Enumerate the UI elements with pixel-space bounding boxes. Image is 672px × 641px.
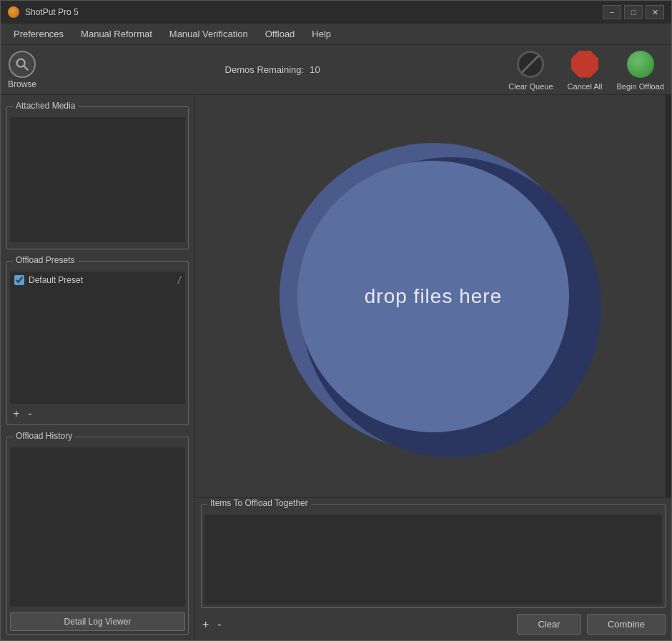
cancel-all-label: Cancel All <box>568 82 603 91</box>
clear-queue-label: Clear Queue <box>508 82 553 91</box>
right-footer-right: Clear Combine <box>517 614 666 635</box>
items-add-button[interactable]: + <box>201 619 210 630</box>
title-bar-controls: − □ ✕ <box>603 5 664 19</box>
app-icon <box>8 6 19 18</box>
cancel-all-icon <box>571 51 598 78</box>
browse-label: Browse <box>8 79 36 89</box>
items-to-offload-label: Items To Offload Together <box>207 498 311 508</box>
drop-zone-area[interactable]: drop files here <box>195 95 671 497</box>
right-panel: drop files here Items To Offload Togethe… <box>195 95 671 640</box>
drop-circle-outer: drop files here <box>280 143 587 450</box>
offload-presets-label: Offload Presets <box>13 255 78 265</box>
menu-offload[interactable]: Offload <box>258 26 302 42</box>
offload-history-content <box>10 447 185 607</box>
preset-add-button[interactable]: + <box>11 408 21 419</box>
presets-footer: + - <box>7 407 188 421</box>
cancel-all-icon-wrapper <box>570 49 600 79</box>
main-window: ShotPut Pro 5 − □ ✕ Preferences Manual R… <box>0 0 672 641</box>
main-content: Attached Media Offload Presets Default P… <box>1 95 671 640</box>
items-to-offload-group: Items To Offload Together <box>201 504 666 608</box>
attached-media-label: Attached Media <box>13 101 78 111</box>
demos-remaining-label: Demos Remaining: <box>225 64 305 75</box>
begin-offload-action[interactable]: Begin Offload <box>617 49 664 91</box>
preset-name-default: Default Preset <box>29 275 174 285</box>
preset-item-default: Default Preset / <box>10 272 185 289</box>
maximize-button[interactable]: □ <box>624 5 643 19</box>
clear-queue-action[interactable]: Clear Queue <box>508 49 553 91</box>
window-title: ShotPut Pro 5 <box>25 7 79 17</box>
minimize-button[interactable]: − <box>603 5 621 19</box>
browse-section: Browse <box>8 51 36 89</box>
scroll-indicator <box>666 95 671 497</box>
begin-offload-icon <box>627 51 654 78</box>
preset-edit-icon[interactable]: / <box>178 274 181 286</box>
search-icon <box>14 56 30 72</box>
attached-media-group: Attached Media <box>6 106 189 249</box>
items-to-offload-content <box>204 515 662 605</box>
svg-point-0 <box>17 59 25 66</box>
right-footer-left: + - <box>201 619 223 630</box>
items-remove-button[interactable]: - <box>216 619 222 630</box>
clear-queue-icon-wrapper <box>515 49 545 79</box>
offload-presets-content: Default Preset / <box>10 272 185 404</box>
demos-remaining: Demos Remaining: 10 <box>225 64 320 75</box>
preset-checkbox-default[interactable] <box>14 275 24 285</box>
demos-remaining-value: 10 <box>310 64 320 75</box>
begin-offload-label: Begin Offload <box>617 82 664 91</box>
clear-button[interactable]: Clear <box>517 614 581 635</box>
browse-button[interactable] <box>9 51 36 78</box>
toolbar-actions: Clear Queue Cancel All Begin Offload <box>508 49 664 91</box>
menu-preferences[interactable]: Preferences <box>6 26 71 42</box>
preset-remove-button[interactable]: - <box>26 408 33 419</box>
offload-presets-group: Offload Presets Default Preset / + - <box>6 261 189 425</box>
offload-history-label: Offload History <box>13 431 75 441</box>
detail-log-viewer-button[interactable]: Detail Log Viewer <box>10 612 185 631</box>
menu-bar: Preferences Manual Reformat Manual Verif… <box>1 24 671 45</box>
cancel-all-action[interactable]: Cancel All <box>568 49 603 91</box>
toolbar: Browse Demos Remaining: 10 Clear Queue C… <box>1 45 671 95</box>
offload-history-group: Offload History Detail Log Viewer <box>6 437 189 635</box>
title-bar-left: ShotPut Pro 5 <box>8 6 79 18</box>
right-bottom: Items To Offload Together + - Clear Comb… <box>195 497 671 640</box>
combine-button[interactable]: Combine <box>587 614 666 635</box>
svg-line-1 <box>24 66 29 70</box>
close-button[interactable]: ✕ <box>646 5 664 19</box>
drop-files-text: drop files here <box>365 285 502 308</box>
menu-manual-verification[interactable]: Manual Verification <box>162 26 255 42</box>
attached-media-content <box>10 117 185 242</box>
menu-help[interactable]: Help <box>305 26 338 42</box>
drop-circle-inner: drop files here <box>297 161 569 432</box>
title-bar: ShotPut Pro 5 − □ ✕ <box>1 1 671 24</box>
right-bottom-footer: + - Clear Combine <box>195 611 671 640</box>
left-panel: Attached Media Offload Presets Default P… <box>1 95 195 640</box>
begin-offload-icon-wrapper <box>626 49 656 79</box>
menu-manual-reformat[interactable]: Manual Reformat <box>74 26 159 42</box>
clear-queue-icon <box>517 51 544 78</box>
